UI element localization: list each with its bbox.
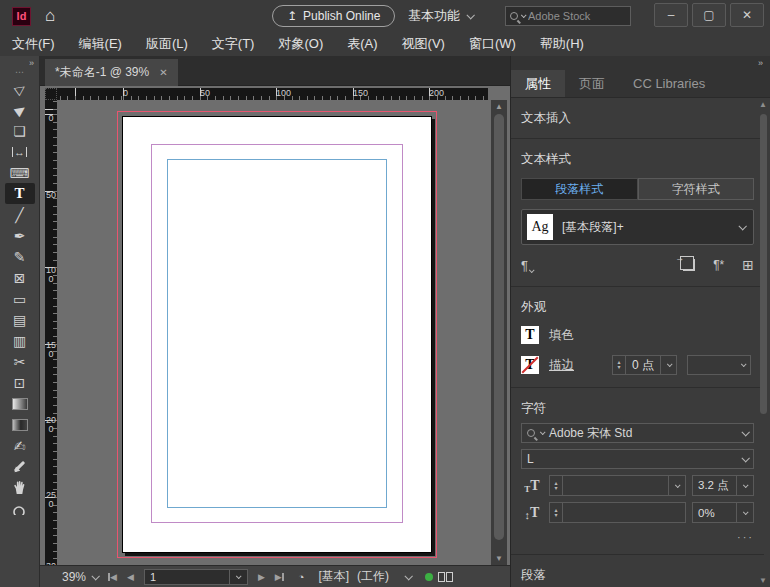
chevron-down-icon[interactable] (405, 572, 413, 580)
maximize-button[interactable]: ▢ (692, 3, 726, 27)
stroke-type-dropdown[interactable] (687, 355, 751, 375)
more-options-icon[interactable]: ··· (521, 531, 754, 543)
scroll-up-icon[interactable]: ▲ (491, 102, 507, 111)
stepper-icon[interactable]: ▴▾ (550, 503, 563, 522)
paragraph-style-dropdown[interactable]: Ag [基本段落]+ (521, 209, 754, 245)
clear-overrides-icon[interactable]: ¶* (713, 258, 724, 272)
fill-swatch[interactable]: T (521, 326, 539, 344)
type-tool[interactable]: T (5, 183, 35, 204)
preflight-profile-label[interactable]: [基本] (318, 568, 349, 585)
character-styles-button[interactable]: 字符样式 (638, 178, 755, 200)
vertical-grid-tool[interactable]: ▥ (5, 330, 35, 351)
paragraph-styles-button[interactable]: 段落样式 (521, 178, 638, 200)
first-page-button[interactable]: ◀ (108, 572, 117, 582)
scrollbar-thumb[interactable] (760, 114, 767, 414)
font-size-field[interactable]: ▴▾ (549, 475, 686, 496)
workspace-switcher[interactable]: 基本功能 (408, 5, 473, 27)
close-button[interactable]: ✕ (730, 3, 764, 27)
show-hidden-characters-button[interactable]: ¶ (521, 258, 533, 273)
document-page[interactable] (122, 116, 432, 553)
zoom-level-dropdown[interactable]: 39% (62, 570, 98, 584)
menu-edit[interactable]: 编辑(E) (79, 35, 122, 53)
leading-field[interactable]: 3.2 点 (692, 475, 754, 496)
menu-table[interactable]: 表(A) (347, 35, 377, 53)
text-frame[interactable] (167, 159, 387, 508)
canvas-vertical-scrollbar[interactable]: ▲ ▼ (491, 100, 507, 565)
menu-object[interactable]: 对象(O) (278, 35, 323, 53)
hand-tool[interactable] (5, 477, 35, 498)
stroke-weight-value: 0 点 (626, 357, 660, 374)
stroke-swatch[interactable]: T (521, 356, 539, 374)
horizontal-grid-tool[interactable]: ▤ (5, 309, 35, 330)
font-style-dropdown[interactable]: L (521, 449, 754, 469)
scroll-down-icon[interactable]: ▼ (757, 576, 769, 585)
adobe-stock-search[interactable] (505, 6, 631, 26)
pencil-tool[interactable]: ✎ (5, 246, 35, 267)
new-style-icon[interactable]: ⊞ (742, 257, 754, 273)
line-tool[interactable]: ╱ (5, 204, 35, 225)
home-icon[interactable]: ⌂ (45, 6, 55, 26)
page-number-input[interactable] (145, 571, 229, 583)
stroke-label[interactable]: 描边 (549, 357, 574, 374)
stepper-icon[interactable]: ▴▾ (613, 356, 626, 374)
horizontal-ruler[interactable]: 0 50 100 150 200 (57, 88, 488, 100)
pasteboard[interactable] (57, 100, 488, 565)
search-input[interactable] (528, 10, 610, 22)
publish-online-button[interactable]: ↥ Publish Online (272, 5, 395, 27)
content-collector-tool[interactable]: ⌨ (5, 162, 35, 183)
font-size-dropdown[interactable] (668, 476, 685, 495)
document-tab[interactable]: *未命名-1 @ 39% ✕ (45, 59, 178, 86)
scroll-down-icon[interactable]: ▼ (491, 554, 507, 563)
menu-help[interactable]: 帮助(H) (540, 35, 584, 53)
menu-view[interactable]: 视图(V) (402, 35, 445, 53)
preflight-workspace-label[interactable]: (工作) (357, 568, 389, 585)
gradient-feather-tool[interactable] (5, 414, 35, 435)
scrollbar-thumb[interactable] (494, 114, 504, 540)
background-tasks-icon[interactable]: ◔ (298, 571, 305, 583)
stepper-icon[interactable]: ▴▾ (550, 476, 563, 495)
scroll-up-icon[interactable]: ▲ (757, 100, 769, 109)
page-tool[interactable]: ❏ (5, 120, 35, 141)
free-transform-tool[interactable]: ⊡ (5, 372, 35, 393)
previous-page-button[interactable]: ◀ (127, 572, 134, 582)
page-number-field[interactable] (144, 569, 248, 585)
fill-label[interactable]: 填色 (549, 327, 574, 344)
stroke-weight-field[interactable]: ▴▾ 0 点 (612, 355, 677, 375)
redefine-style-icon[interactable] (683, 259, 695, 271)
selection-tool[interactable]: ▷ (5, 78, 35, 99)
tab-pages[interactable]: 页面 (565, 70, 619, 97)
kerning-field[interactable]: ▴▾ (549, 502, 686, 523)
minimize-button[interactable]: – (654, 3, 688, 27)
leading-dropdown[interactable] (736, 476, 753, 495)
note-tool[interactable]: ✍ (5, 435, 35, 456)
font-family-dropdown[interactable]: Adobe 宋体 Std (521, 423, 754, 443)
gradient-swatch-tool[interactable] (5, 393, 35, 414)
pen-tool[interactable]: ✒ (5, 225, 35, 246)
close-tab-icon[interactable]: ✕ (159, 67, 167, 78)
menu-layout[interactable]: 版面(L) (146, 35, 188, 53)
tab-cc-libraries[interactable]: CC Libraries (619, 70, 719, 97)
menu-file[interactable]: 文件(F) (12, 35, 55, 53)
zoom-tool[interactable] (5, 498, 35, 519)
rectangle-tool[interactable]: ▭ (5, 288, 35, 309)
vertical-ruler[interactable]: 0 50 100 150 200 250 300 (45, 100, 57, 565)
scale-field[interactable]: 0% (692, 502, 754, 523)
menu-type[interactable]: 文字(T) (212, 35, 255, 53)
next-page-button[interactable]: ▶ (258, 572, 265, 582)
stroke-weight-dropdown[interactable] (660, 356, 676, 374)
page-dropdown[interactable] (229, 570, 247, 584)
last-page-button[interactable]: ▶ (275, 572, 284, 582)
ruler-origin-box[interactable] (45, 88, 57, 100)
scissors-tool[interactable]: ✂ (5, 351, 35, 372)
panel-scrollbar[interactable]: ▲ ▼ (757, 100, 769, 585)
panel-grip-icon[interactable]: ⋯ (15, 69, 24, 75)
direct-selection-tool[interactable]: ▶ (5, 99, 35, 120)
eyedropper-tool[interactable] (5, 456, 35, 477)
rectangle-frame-tool[interactable]: ⊠ (5, 267, 35, 288)
collapse-panels-icon[interactable]: » (758, 58, 762, 68)
spread-view-icon[interactable] (438, 572, 453, 582)
gap-tool[interactable]: ↔ (5, 141, 35, 162)
scale-dropdown[interactable] (736, 503, 753, 522)
menu-window[interactable]: 窗口(W) (469, 35, 516, 53)
tab-properties[interactable]: 属性 (511, 70, 565, 97)
